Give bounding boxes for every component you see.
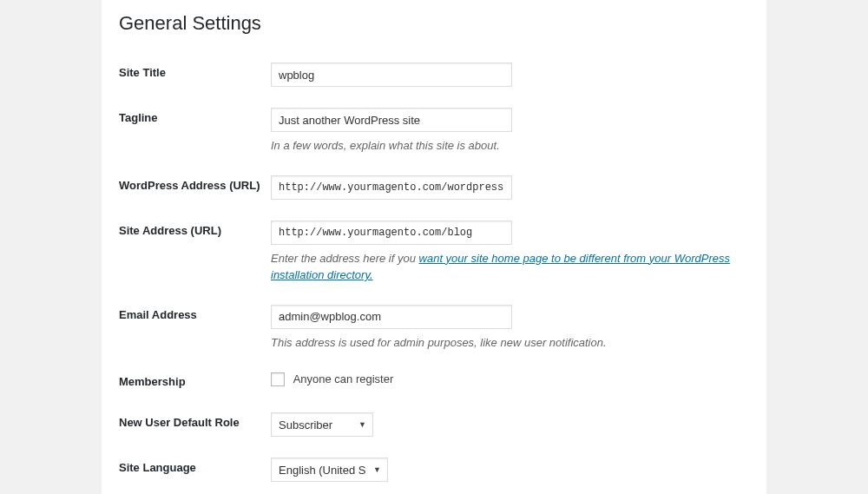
default-role-select[interactable]: Subscriber [271, 412, 373, 437]
site-address-label: Site Address (URL) [119, 210, 271, 294]
email-description: This address is used for admin purposes,… [271, 334, 740, 352]
email-input[interactable] [271, 305, 512, 329]
language-select[interactable]: English (United States) [271, 458, 388, 482]
membership-label: Membership [119, 361, 271, 402]
settings-form-table: Site Title Tagline In a few words, expla… [119, 52, 749, 494]
tagline-label: Tagline [119, 97, 271, 165]
wp-address-input[interactable] [271, 175, 512, 200]
page-title: General Settings [119, 9, 749, 35]
site-address-desc-prefix: Enter the address here if you [271, 252, 419, 265]
wp-address-label: WordPress Address (URL) [119, 165, 271, 210]
site-title-label: Site Title [119, 52, 271, 97]
email-label: Email Address [119, 294, 271, 362]
general-settings-panel: General Settings Site Title Tagline In a… [102, 0, 766, 494]
membership-checkbox[interactable] [271, 372, 285, 386]
site-title-input[interactable] [271, 63, 512, 87]
tagline-description: In a few words, explain what this site i… [271, 137, 740, 155]
membership-checkbox-wrap[interactable]: Anyone can register [271, 372, 393, 385]
default-role-label: New User Default Role [119, 402, 271, 447]
site-address-input[interactable] [271, 221, 512, 245]
membership-checkbox-label: Anyone can register [293, 372, 394, 385]
language-label: Site Language [119, 447, 271, 492]
site-address-description: Enter the address here if you want your … [271, 250, 740, 284]
tagline-input[interactable] [271, 108, 512, 132]
